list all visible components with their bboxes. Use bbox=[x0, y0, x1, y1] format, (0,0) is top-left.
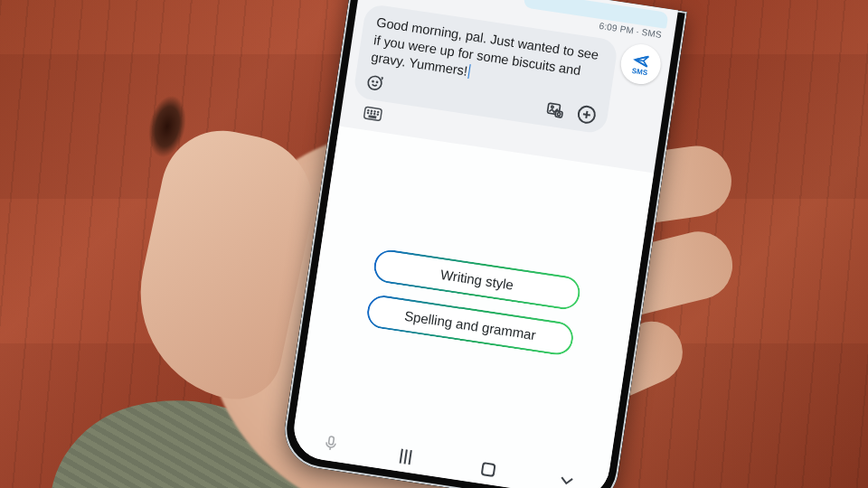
emoji-icon[interactable] bbox=[363, 70, 390, 97]
svg-rect-18 bbox=[328, 436, 334, 446]
phone-screen: 6:09 PM · SMS Good morning, pal. Just wa… bbox=[290, 0, 678, 488]
svg-point-10 bbox=[371, 110, 372, 111]
nav-recents-icon[interactable] bbox=[399, 449, 419, 466]
send-button[interactable]: SMS bbox=[618, 42, 664, 87]
svg-rect-8 bbox=[363, 107, 382, 120]
gallery-icon[interactable] bbox=[542, 96, 569, 123]
svg-point-13 bbox=[367, 112, 368, 113]
svg-point-14 bbox=[371, 113, 372, 114]
svg-rect-5 bbox=[555, 110, 562, 117]
svg-point-1 bbox=[373, 80, 373, 81]
nav-back-icon[interactable] bbox=[558, 474, 576, 488]
add-attachment-icon[interactable] bbox=[573, 101, 600, 128]
svg-point-9 bbox=[368, 109, 369, 110]
svg-point-16 bbox=[377, 114, 378, 115]
smartphone: 6:09 PM · SMS Good morning, pal. Just wa… bbox=[279, 0, 687, 488]
svg-point-0 bbox=[367, 75, 382, 90]
svg-point-12 bbox=[378, 111, 379, 112]
mic-icon[interactable] bbox=[323, 435, 338, 456]
ai-suggestion-area: Writing style Spelling and grammar bbox=[290, 126, 655, 488]
svg-point-2 bbox=[376, 81, 377, 82]
svg-point-4 bbox=[552, 106, 554, 108]
writing-style-label: Writing style bbox=[439, 267, 514, 293]
svg-rect-17 bbox=[369, 116, 375, 118]
svg-point-15 bbox=[374, 113, 375, 114]
spelling-grammar-label: Spelling and grammar bbox=[403, 307, 537, 343]
send-label: SMS bbox=[631, 66, 647, 76]
nav-home-icon[interactable] bbox=[481, 462, 496, 477]
svg-point-11 bbox=[374, 110, 375, 111]
